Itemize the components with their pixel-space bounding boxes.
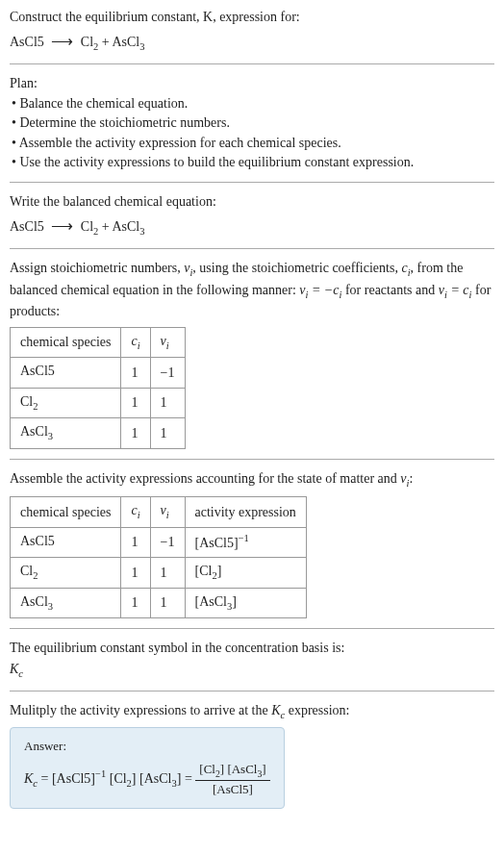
eq-rhs2-base: AsCl (112, 35, 139, 49)
fna: [Cl (199, 762, 215, 776)
sp: Cl (20, 394, 33, 409)
bal-rhs1-sub: 2 (93, 225, 98, 236)
sp: Cl (20, 564, 33, 578)
eq-rhs1-sub: 2 (93, 40, 98, 51)
term2: [Cl2] (106, 771, 139, 786)
answer-label: Answer: (24, 738, 270, 755)
cell-c: 1 (121, 558, 150, 588)
ec: ] (217, 564, 222, 578)
cell-nu: 1 (150, 558, 185, 588)
divider (10, 182, 494, 183)
activity-intro: Assemble the activity expressions accoun… (10, 469, 494, 490)
kc: Kc (271, 703, 285, 717)
stoich-section: Assign stoichiometric numbers, νi, using… (10, 259, 494, 449)
col-ci: ci (121, 327, 150, 357)
stoich-intro: Assign stoichiometric numbers, νi, using… (10, 259, 494, 321)
p3: [AsCl (139, 771, 171, 786)
p2: [Cl (106, 771, 126, 786)
nu-i: νi (184, 261, 192, 275)
cell-species: Cl2 (11, 388, 121, 417)
eq-rhs2-sub: 3 (139, 40, 144, 51)
cell-nu: 1 (150, 588, 185, 617)
divider (10, 248, 494, 249)
cell-nu: 1 (150, 388, 185, 417)
p1: [AsCl5] (52, 771, 95, 786)
sps: 3 (48, 600, 53, 611)
divider (10, 691, 494, 692)
cell-species: AsCl3 (11, 588, 121, 617)
plan-item: • Assemble the activity expression for e… (12, 134, 494, 153)
bal-rhs2-sub: 3 (139, 225, 144, 236)
fraction-numerator: [Cl2] [AsCl3] (195, 761, 269, 781)
arrow-icon: ⟶ (51, 215, 73, 237)
txt: for reactants and (341, 283, 438, 297)
k: K (24, 771, 33, 786)
col-nui: νi (150, 327, 185, 357)
eq: = (38, 771, 52, 786)
txt: Assemble the activity expressions accoun… (10, 471, 400, 486)
plan-item: • Use the activity expressions to build … (12, 153, 494, 172)
balanced-equation: AsCl5 ⟶ Cl2 + AsCl3 (10, 215, 494, 239)
stoich-table: chemical species ci νi AsCl5 1 −1 Cl2 1 … (10, 327, 186, 449)
kc-symbol: Kc (10, 660, 494, 681)
prompt-equation: AsCl5 ⟶ Cl2 + AsCl3 (10, 31, 494, 54)
prompt-text: Construct the equilibrium constant, K, e… (10, 10, 300, 24)
k: K (10, 662, 18, 676)
col-species: chemical species (11, 497, 121, 527)
prompt-line1: Construct the equilibrium constant, K, e… (10, 8, 494, 27)
sp: AsCl (20, 424, 48, 439)
cell-c: 1 (121, 358, 150, 388)
col-species: chemical species (11, 327, 121, 357)
c-i: ci (401, 261, 410, 275)
answer-expression: Kc = [AsCl5]−1 [Cl2] [AsCl3] = [Cl2] [As… (24, 761, 270, 798)
multiply-section: Mulitply the activity expressions to arr… (10, 701, 494, 809)
sp: AsCl (20, 594, 48, 609)
term1: [AsCl5]−1 (52, 771, 106, 786)
cis: i (138, 510, 140, 520)
sps: 2 (33, 570, 38, 581)
table-row: AsCl3 1 1 (11, 418, 186, 448)
k: K (271, 703, 280, 717)
txt: , using the stoichiometric coefficients, (192, 261, 401, 275)
term3: [AsCl3] = (139, 771, 195, 786)
eb: [AsCl5] (195, 536, 239, 550)
sp: AsCl5 (20, 534, 55, 548)
plan-section: Plan: • Balance the chemical equation. •… (10, 74, 494, 172)
bal-rhs1: Cl2 (81, 219, 98, 234)
nui-sub: i (166, 339, 169, 350)
table-row: AsCl5 1 −1 (11, 358, 186, 388)
table-row: Cl2 1 1 [Cl2] (11, 558, 307, 588)
fnbc: ] (262, 762, 265, 776)
activity-section: Assemble the activity expressions accoun… (10, 469, 494, 618)
prompt-header: Construct the equilibrium constant, K, e… (10, 8, 494, 54)
cell-nu: −1 (150, 527, 185, 557)
cell-expr: [Cl2] (185, 558, 306, 588)
p3c: ] = (177, 771, 196, 786)
cell-species: Cl2 (11, 558, 121, 588)
activity-table: chemical species ci νi activity expressi… (10, 496, 307, 618)
fnac: ] [AsCl (220, 762, 258, 776)
eq2: νi = ci (439, 283, 472, 297)
ec: ] (232, 594, 237, 609)
balanced-title: Write the balanced chemical equation: (10, 192, 494, 212)
balanced-section: Write the balanced chemical equation: As… (10, 192, 494, 239)
eq-rhs2: AsCl3 (112, 35, 144, 49)
plan-item: • Determine the stoichiometric numbers. (12, 113, 494, 133)
plan-title: Plan: (10, 74, 494, 93)
plus: + (102, 35, 113, 49)
kc-basis-section: The equilibrium constant symbol in the c… (10, 639, 494, 681)
bal-rhs2: AsCl3 (112, 219, 144, 234)
txt: expression: (285, 703, 349, 717)
kc: Kc (24, 771, 38, 786)
cell-expr: [AsCl3] (185, 588, 306, 617)
cell-nu: −1 (150, 358, 185, 388)
cell-species: AsCl3 (11, 418, 121, 448)
divider (10, 63, 494, 64)
cell-expr: [AsCl5]−1 (185, 527, 306, 557)
txt: Assign stoichiometric numbers, (10, 261, 184, 275)
table-header-row: chemical species ci νi activity expressi… (11, 497, 307, 527)
fraction-denominator: [AsCl5] (195, 781, 269, 798)
kc-basis-text: The equilibrium constant symbol in the c… (10, 639, 494, 658)
divider (10, 459, 494, 460)
answer-box: Answer: Kc = [AsCl5]−1 [Cl2] [AsCl3] = [… (10, 727, 285, 810)
